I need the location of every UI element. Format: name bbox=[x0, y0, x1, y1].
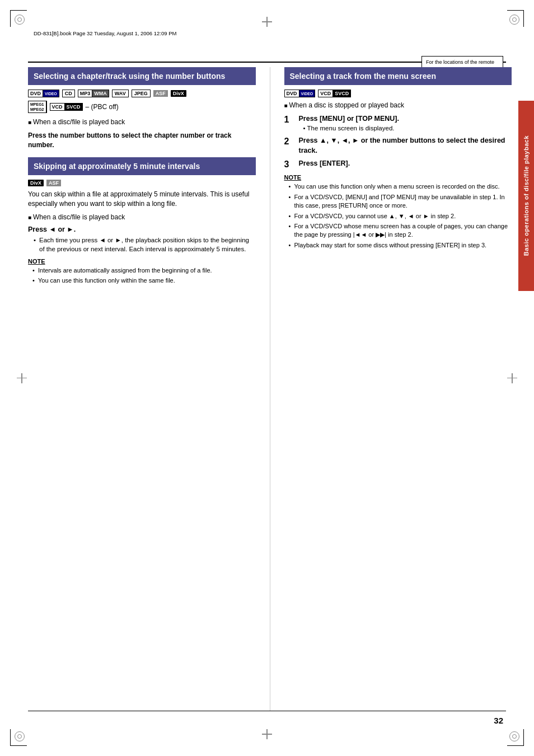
wav-badge: WAV bbox=[112, 90, 129, 97]
step-3-number: 3 bbox=[284, 159, 296, 170]
press-bullet-list: Each time you press ◄ or ►, the playback… bbox=[34, 236, 256, 253]
circle-mark-br bbox=[509, 731, 519, 741]
right-note-list: You can use this function only when a me… bbox=[289, 182, 512, 250]
asf-badge: ASF bbox=[153, 90, 168, 97]
step-2-number: 2 bbox=[284, 136, 296, 156]
dvd-video-badge-right: DVD VIDEO bbox=[284, 90, 316, 97]
right-when-played: When a disc is stopped or played back bbox=[284, 101, 512, 110]
left-note-list: Intervals are automatically assigned fro… bbox=[32, 266, 256, 285]
svcd-part: SVCD bbox=[65, 104, 82, 110]
step-3-title: Press [ENTER]. bbox=[299, 159, 512, 169]
left-when-played: When a disc/file is played back bbox=[28, 118, 256, 127]
main-content: Selecting a chapter/track using the numb… bbox=[28, 67, 512, 711]
right-tab-label: Basic operations of disc/file playback bbox=[523, 135, 530, 256]
dvd-video-badge: DVD VIDEO bbox=[28, 90, 59, 97]
divx-badge-skip: DivX bbox=[28, 180, 44, 186]
step-1: 1 Press [MENU] or [TOP MENU]. • The menu… bbox=[284, 114, 512, 133]
step-2-title: Press ▲, ▼, ◄, ► or the number buttons t… bbox=[299, 136, 512, 156]
divx-badge: DivX bbox=[171, 90, 186, 97]
left-note-2: You can use this function only within th… bbox=[32, 276, 256, 285]
video-part: VIDEO bbox=[43, 90, 59, 97]
circle-mark-bl bbox=[15, 731, 25, 741]
bottom-divider bbox=[28, 711, 506, 712]
step-1-title: Press [MENU] or [TOP MENU]. bbox=[299, 114, 512, 124]
top-info: DD-831[B].book Page 32 Tuesday, August 1… bbox=[34, 30, 176, 36]
right-column: Selecting a track from the menu screen D… bbox=[284, 67, 512, 711]
mpeg1-part: MPEG1MPEG2 bbox=[29, 101, 46, 112]
step-1-number: 1 bbox=[284, 114, 296, 133]
vcd-svcd-badge-right: VCD SVCD bbox=[318, 90, 351, 97]
left-note-title: NOTE bbox=[28, 258, 256, 265]
cd-badge: CD bbox=[62, 90, 75, 97]
skipping-badges: DivX ASF bbox=[28, 180, 256, 186]
right-note-3: For a VCD/SVCD, you cannot use ▲, ▼, ◄ o… bbox=[289, 212, 512, 220]
crosshair-bottom bbox=[262, 729, 272, 739]
square-bullet-1: When a disc/file is played back bbox=[28, 118, 125, 126]
dvd-part-right: DVD bbox=[285, 90, 299, 97]
skipping-section-header: Skipping at approximately 5 minute inter… bbox=[28, 157, 256, 175]
asf-badge-skip: ASF bbox=[46, 180, 61, 186]
pbc-off-text: – (PBC off) bbox=[86, 103, 119, 111]
step-1-sub: • The menu screen is displayed. bbox=[303, 124, 512, 133]
right-square-bullet: When a disc is stopped or played back bbox=[284, 101, 405, 109]
right-note-4: For a VCD/SVCD whose menu screen has a c… bbox=[289, 222, 512, 240]
skipping-when-played: When a disc/file is played back bbox=[28, 213, 256, 222]
crosshair-left bbox=[17, 373, 27, 383]
svcd-part-right: SVCD bbox=[333, 90, 350, 97]
column-divider bbox=[270, 67, 270, 711]
left-note-section: NOTE Intervals are automatically assigne… bbox=[28, 258, 256, 285]
right-note-title: NOTE bbox=[284, 174, 512, 181]
left-badges-row2: MPEG1MPEG2 VCD SVCD – (PBC off) bbox=[28, 101, 256, 113]
crosshair-top bbox=[262, 17, 272, 27]
left-badges-row1: DVD VIDEO CD MP3 WMA WAV JPEG ASF DivX bbox=[28, 90, 256, 97]
skipping-intro: You can skip within a file at approximat… bbox=[28, 190, 256, 209]
vcd-part: VCD bbox=[50, 104, 65, 110]
square-bullet-2: When a disc/file is played back bbox=[28, 213, 125, 221]
right-note-1: You can use this function only when a me… bbox=[289, 182, 512, 191]
press-line: Press ◄ or ►. bbox=[28, 226, 256, 233]
circle-mark-tr bbox=[509, 15, 519, 25]
jpeg-badge: JPEG bbox=[132, 90, 151, 97]
mp3-part: MP3 bbox=[78, 90, 93, 97]
right-section-header: Selecting a track from the menu screen bbox=[284, 67, 512, 85]
left-section-header: Selecting a chapter/track using the numb… bbox=[28, 67, 256, 85]
left-instruction: Press the number buttons to select the c… bbox=[28, 131, 256, 151]
step-2-content: Press ▲, ▼, ◄, ► or the number buttons t… bbox=[299, 136, 512, 156]
right-note-2: For a VCD/SVCD, [MENU] and [TOP MENU] ma… bbox=[289, 193, 512, 210]
circle-mark-tl bbox=[15, 15, 25, 25]
vcd-part-right: VCD bbox=[318, 90, 333, 97]
right-note-section: NOTE You can use this function only when… bbox=[284, 174, 512, 250]
step-3: 3 Press [ENTER]. bbox=[284, 159, 512, 170]
right-badges-row1: DVD VIDEO VCD SVCD bbox=[284, 90, 512, 97]
step-1-content: Press [MENU] or [TOP MENU]. • The menu s… bbox=[299, 114, 512, 133]
dvd-part: DVD bbox=[29, 90, 43, 97]
page: DD-831[B].book Page 32 Tuesday, August 1… bbox=[0, 0, 534, 756]
top-right-note-line1: For the locations of the remote bbox=[426, 59, 494, 65]
step-2: 2 Press ▲, ▼, ◄, ► or the number buttons… bbox=[284, 136, 512, 156]
vcd-svcd-badge: VCD SVCD bbox=[50, 103, 83, 111]
left-column: Selecting a chapter/track using the numb… bbox=[28, 67, 256, 711]
mpeg-badge: MPEG1MPEG2 bbox=[28, 101, 47, 113]
page-number: 32 bbox=[494, 716, 503, 725]
right-tab: Basic operations of disc/file playback bbox=[518, 101, 534, 291]
wma-part: WMA bbox=[92, 90, 109, 97]
video-part-right: VIDEO bbox=[299, 90, 315, 97]
press-bullet-1: Each time you press ◄ or ►, the playback… bbox=[34, 236, 256, 253]
left-note-1: Intervals are automatically assigned fro… bbox=[32, 266, 256, 275]
mp3-wma-badge: MP3 WMA bbox=[78, 90, 109, 97]
step-3-content: Press [ENTER]. bbox=[299, 159, 512, 170]
right-note-5: Playback may start for some discs withou… bbox=[289, 241, 512, 250]
